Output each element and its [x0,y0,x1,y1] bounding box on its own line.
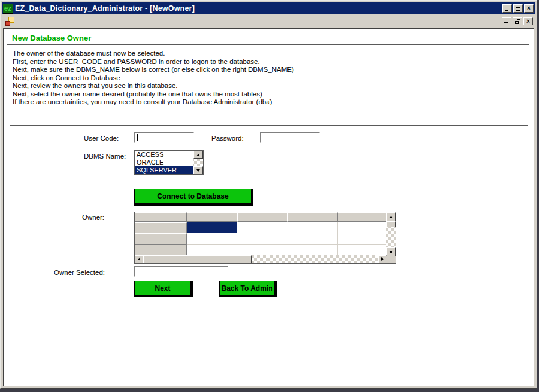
owner-selected-input[interactable] [134,266,229,277]
up-arrow-icon [389,216,393,218]
dbms-option[interactable]: SQLSERVER [135,166,193,174]
up-arrow-icon [196,154,200,156]
dbms-option[interactable]: ACCESS [135,151,193,159]
dbms-scroll-down-button[interactable] [193,166,203,174]
grid-cell[interactable] [287,233,338,245]
grid-cell[interactable] [237,222,287,233]
user-code-input[interactable] [134,132,195,143]
mdi-restore-button[interactable] [513,17,522,25]
grid-header-cell [135,212,187,222]
owner-selected-label: Owner Selected: [54,269,105,276]
window-controls: × [502,4,534,13]
grid-header-cell [287,212,338,222]
grid-vscroll-thumb[interactable] [386,221,396,227]
maximize-icon [516,7,520,11]
app-logo-icon: ez [3,4,13,14]
next-button[interactable]: Next [134,281,193,297]
text-caret [137,134,138,141]
form-icon-square [5,21,10,26]
grid-scroll-right-button[interactable] [378,255,387,263]
back-to-admin-button[interactable]: Back To Admin [219,281,277,297]
mdi-close-button[interactable]: × [523,17,533,25]
app-window: ez EZ_Data_Dictionary_Administrator - [N… [0,0,537,389]
owner-grid[interactable] [134,212,396,264]
form-client-area: New Database Owner The owner of the data… [3,28,534,386]
minimize-button[interactable] [502,4,512,13]
dbms-listbox[interactable]: ACCESSORACLESQLSERVER [134,150,204,175]
page-title: New Database Owner [12,34,91,42]
connect-to-database-button[interactable]: Connect to Database [134,189,253,206]
grid-scroll-left-button[interactable] [135,255,143,263]
grid-cell[interactable] [338,222,387,233]
grid-scroll-down-button[interactable] [386,247,396,256]
grid-header-cell [187,212,237,222]
grid-cell[interactable] [338,233,387,245]
down-arrow-icon [196,169,200,172]
mdi-toolbar: × [2,15,535,28]
mdi-minimize-icon [504,22,508,23]
owner-grid-hscrollbar[interactable] [135,255,387,263]
grid-cell[interactable] [287,222,338,233]
owner-grid-vscrollbar[interactable] [386,212,396,256]
maximize-button[interactable] [513,4,523,13]
grid-cell[interactable] [187,233,237,245]
user-code-label: User Code: [84,135,119,142]
close-button[interactable]: × [524,4,534,13]
grid-row-header-cell[interactable] [135,222,187,233]
owner-label: Owner: [82,214,104,221]
heading-divider [7,44,529,46]
mdi-minimize-button[interactable] [502,17,511,25]
window-title: EZ_Data_Dictionary_Administrator - [NewO… [15,4,195,13]
dbms-option[interactable]: ORACLE [135,159,193,166]
grid-scroll-up-button[interactable] [386,212,396,221]
mdi-window-controls: × [502,17,533,25]
down-arrow-icon [389,251,393,253]
grid-cell[interactable] [187,222,237,233]
grid-header-cell [237,212,287,222]
grid-hscroll-thumb[interactable] [143,255,252,263]
grid-header-cell [338,212,387,222]
grid-cell[interactable] [237,233,287,245]
password-input[interactable] [260,132,320,143]
password-label: Password: [211,135,244,142]
form-icon [5,17,15,26]
grid-row-header-cell[interactable] [135,233,187,245]
dbms-name-label: DBMS Name: [84,153,126,160]
dbms-scrollbar[interactable] [193,151,203,174]
grid-scrollbar-corner [386,256,396,263]
minimize-icon [505,10,508,11]
right-arrow-icon [381,257,384,261]
mdi-restore-icon [515,19,520,24]
left-arrow-icon [138,257,140,261]
instructions-box: The owner of the database must now be se… [10,48,528,126]
close-icon: × [527,5,531,11]
title-bar: ez EZ_Data_Dictionary_Administrator - [N… [2,2,535,14]
dbms-scroll-up-button[interactable] [193,151,203,159]
mdi-close-icon: × [526,19,530,25]
